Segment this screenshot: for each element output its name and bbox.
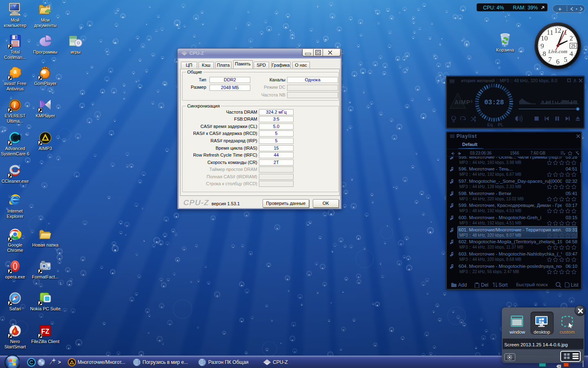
svg-text:5: 5 [564, 56, 568, 63]
svg-text:a: a [13, 68, 17, 75]
svg-text:6: 6 [556, 58, 560, 65]
svg-text:i: i [14, 101, 16, 109]
svg-text:9: 9 [541, 42, 544, 50]
svg-text:7: 7 [548, 56, 552, 63]
svg-text:25: 25 [571, 44, 576, 48]
svg-text:8: 8 [543, 50, 546, 58]
svg-text:12: 12 [555, 27, 561, 34]
svg-text:1: 1 [564, 29, 568, 36]
svg-text:11: 11 [547, 29, 553, 36]
svg-text:2: 2 [570, 34, 573, 42]
svg-text:Live.com: Live.com [548, 49, 568, 54]
svg-text:4: 4 [570, 50, 573, 58]
